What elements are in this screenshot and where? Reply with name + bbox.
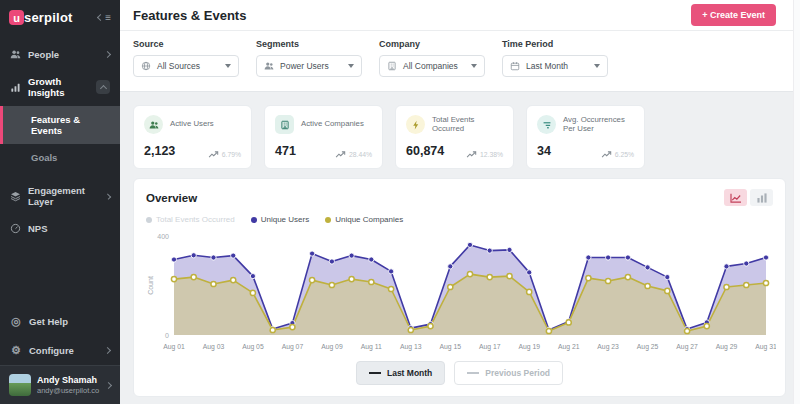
stat-change: 6.25% [615, 151, 634, 158]
user-account-menu[interactable]: Andy Shamah andy@userpilot.co [0, 365, 120, 404]
stats-row: Active Users 2,123 6.79% Active Companie… [120, 92, 800, 169]
create-event-button[interactable]: + Create Event [691, 4, 776, 26]
nps-gauge-icon [10, 223, 21, 234]
sidebar-item-engagement-layer[interactable]: Engagement Layer [0, 177, 120, 215]
page-title: Features & Events [133, 8, 246, 23]
filter-label: Source [133, 39, 239, 49]
company-select[interactable]: All Companies [379, 55, 485, 77]
legend-total-events[interactable]: Total Events Occurred [146, 215, 235, 224]
stat-label: Total Events Occurred [432, 116, 503, 133]
legend-dot-icon [146, 217, 152, 223]
app-window: u serpilot ≡ People Growth Insights Feat… [0, 0, 800, 404]
legend-unique-users[interactable]: Unique Users [251, 215, 309, 224]
overview-panel: Overview Total Events Occurred [133, 178, 786, 397]
svg-text:Aug 31: Aug 31 [755, 343, 776, 351]
stat-label: Active Companies [301, 120, 364, 129]
logo-text: serpilot [24, 10, 73, 25]
line-chart-icon [730, 193, 742, 203]
chevron-right-icon [104, 347, 111, 354]
svg-text:Count: Count [147, 276, 154, 295]
people-icon [10, 49, 21, 60]
selected-value: Last Month [526, 61, 568, 71]
sidebar-item-configure[interactable]: ⚙ Configure [0, 336, 120, 365]
sidebar-item-label: Get Help [29, 316, 68, 327]
bar-chart-toggle-button[interactable] [750, 189, 773, 206]
segments-select[interactable]: Power Users [256, 55, 362, 77]
svg-text:Aug 23: Aug 23 [597, 343, 619, 351]
chevron-down-icon [348, 64, 354, 68]
sidebar-item-label: Engagement Layer [28, 185, 99, 207]
sidebar-item-label: Growth Insights [28, 76, 89, 98]
stat-change: 6.79% [222, 151, 241, 158]
svg-text:0: 0 [165, 332, 169, 339]
chevron-up-icon [100, 84, 107, 91]
chevron-left-icon [97, 14, 104, 21]
sidebar-item-growth-insights[interactable]: Growth Insights [0, 68, 120, 106]
avg-occurrences-icon [537, 115, 556, 134]
sidebar-item-label: Goals [31, 152, 57, 163]
source-select[interactable]: All Sources [133, 55, 239, 77]
chart-area[interactable]: 0400Aug 01Aug 03Aug 05Aug 07Aug 09Aug 11… [146, 228, 773, 356]
stat-card-avg-occurrences: Avg. Occurrences Per User 34 6.25% [526, 105, 645, 169]
last-month-button[interactable]: Last Month [356, 361, 445, 385]
sidebar-item-label: People [28, 49, 59, 60]
userpilot-logo[interactable]: u serpilot ≡ [0, 0, 120, 37]
line-chart-toggle-button[interactable] [724, 189, 747, 206]
help-lifebuoy-icon: ◎ [10, 315, 22, 328]
filter-company: Company All Companies [379, 39, 485, 77]
trend-up-icon [335, 151, 346, 158]
legend-label: Unique Users [261, 215, 309, 224]
stat-label: Active Users [170, 120, 214, 129]
active-companies-icon [275, 115, 294, 134]
main-content: Features & Events + Create Event Source … [120, 0, 800, 404]
period-button-label: Previous Period [485, 368, 550, 378]
svg-text:Aug 17: Aug 17 [479, 343, 501, 351]
hamburger-icon: ≡ [105, 12, 111, 23]
gear-icon: ⚙ [10, 344, 22, 357]
stat-value: 34 [537, 144, 551, 158]
collapse-submenu-button[interactable] [96, 80, 110, 94]
filter-source: Source All Sources [133, 39, 239, 77]
sidebar-item-features-events[interactable]: Features & Events [0, 106, 120, 144]
svg-text:Aug 07: Aug 07 [282, 343, 304, 351]
active-users-icon [144, 115, 163, 134]
stat-change: 28.44% [349, 151, 372, 158]
layers-icon [10, 191, 21, 202]
filter-segments: Segments Power Users [256, 39, 362, 77]
sidebar-item-nps[interactable]: NPS [0, 215, 120, 242]
dashed-line-icon [467, 372, 479, 374]
svg-text:Aug 19: Aug 19 [518, 343, 540, 351]
scrollbar-track[interactable] [793, 0, 800, 404]
building-icon [387, 61, 397, 71]
stat-card-active-users: Active Users 2,123 6.79% [133, 105, 252, 169]
sidebar-item-people[interactable]: People [0, 41, 120, 68]
sidebar-item-goals[interactable]: Goals [0, 144, 120, 171]
chevron-right-icon [105, 381, 112, 388]
user-email: andy@userpilot.co [37, 386, 99, 395]
overview-chart[interactable]: 0400Aug 01Aug 03Aug 05Aug 07Aug 09Aug 11… [146, 228, 776, 352]
filter-label: Time Period [502, 39, 608, 49]
sidebar-item-get-help[interactable]: ◎ Get Help [0, 307, 120, 336]
logo-u-icon: u [9, 10, 24, 25]
svg-text:Aug 05: Aug 05 [242, 343, 264, 351]
chevron-down-icon [594, 64, 600, 68]
previous-period-button[interactable]: Previous Period [454, 361, 563, 385]
time-period-select[interactable]: Last Month [502, 55, 608, 77]
svg-text:Aug 15: Aug 15 [440, 343, 462, 351]
stat-card-active-companies: Active Companies 471 28.44% [264, 105, 383, 169]
sidebar-collapse-button[interactable]: ≡ [98, 12, 111, 23]
stat-value: 60,874 [406, 144, 444, 158]
sidebar: u serpilot ≡ People Growth Insights Feat… [0, 0, 120, 404]
legend-unique-companies[interactable]: Unique Companies [325, 215, 403, 224]
users-icon [264, 61, 274, 71]
legend-label: Unique Companies [335, 215, 403, 224]
calendar-icon [510, 61, 520, 71]
sidebar-nav: People Growth Insights Features & Events… [0, 41, 120, 242]
svg-text:Aug 21: Aug 21 [558, 343, 580, 351]
filter-label: Segments [256, 39, 362, 49]
bar-chart-icon [756, 193, 768, 203]
chevron-down-icon [225, 64, 231, 68]
sidebar-item-label: Features & Events [31, 114, 80, 136]
trend-up-icon [466, 151, 477, 158]
period-buttons: Last Month Previous Period [146, 361, 773, 385]
